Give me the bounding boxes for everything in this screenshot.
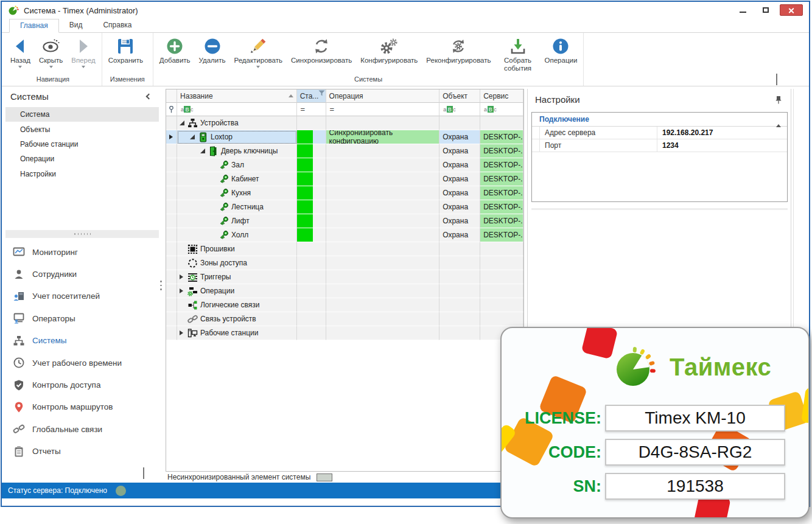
- tree-expander-icon[interactable]: [180, 288, 183, 293]
- ribbon-button-Удалить[interactable]: Удалить: [195, 33, 230, 65]
- property-value[interactable]: 1234: [657, 139, 787, 152]
- devices-icon: [187, 118, 198, 128]
- table-row-Холл[interactable]: ХоллОхранаDESKTOP-...: [166, 228, 523, 242]
- property-value[interactable]: 192.168.20.217: [657, 127, 787, 139]
- ribbon-button-Назад[interactable]: Назад: [6, 33, 35, 68]
- table-body: УстройстваLoxtopСинхронизировать конфигу…: [166, 116, 523, 340]
- ribbon-button-Синхронизировать[interactable]: Синхронизировать: [287, 33, 356, 65]
- firmware-icon: [187, 244, 198, 254]
- nav-item-Сотрудники[interactable]: Сотрудники: [5, 263, 159, 285]
- table-row-Устройства[interactable]: Устройства: [166, 116, 523, 130]
- nav-item-Контроль доступа[interactable]: Контроль доступа: [5, 374, 159, 396]
- cell-service: DESKTOP-...: [480, 186, 523, 200]
- table-row-Триггеры[interactable]: Триггеры: [166, 270, 523, 284]
- nav-item-Учет посетителей[interactable]: Учет посетителей: [5, 285, 159, 307]
- column-header-Название[interactable]: Название: [177, 89, 297, 103]
- column-header-Ста...[interactable]: Ста...: [297, 89, 326, 103]
- nav-item-Контроль маршрутов[interactable]: Контроль маршрутов: [5, 396, 159, 418]
- sidebar-more-button[interactable]: [143, 467, 152, 473]
- sidebar-item-Рабочие станции[interactable]: Рабочие станции: [5, 137, 159, 152]
- tree-expander-icon[interactable]: [190, 134, 195, 139]
- cell-object: Охрана: [439, 186, 480, 200]
- ribbon-button-Редактировать[interactable]: Редактировать: [230, 33, 287, 68]
- ribbon-button-Сохранить[interactable]: Сохранить: [104, 33, 147, 65]
- table-row-Loxtop[interactable]: LoxtopСинхронизировать конфигурациюОхран…: [166, 130, 523, 144]
- nav-item-Отчеты[interactable]: Отчеты: [5, 441, 159, 463]
- close-button[interactable]: [780, 4, 803, 16]
- routes-icon: [13, 401, 25, 413]
- minimize-button[interactable]: [733, 4, 752, 16]
- cell-name: Зоны доступа: [177, 256, 297, 270]
- filter-cell-Операция[interactable]: =: [326, 103, 440, 116]
- sidebar-item-Система[interactable]: Система: [5, 107, 159, 122]
- table-row-Кухня[interactable]: КухняОхранаDESKTOP-...: [166, 186, 523, 200]
- tree-expander-icon[interactable]: [200, 148, 205, 153]
- titlebar: Система - Timex (Administrator): [2, 2, 809, 19]
- filter-cell-Объект[interactable]: aBc: [439, 103, 480, 116]
- sidebar-item-Операции[interactable]: Операции: [5, 152, 159, 166]
- collapse-sidebar-button[interactable]: [144, 93, 153, 101]
- row-indicator-cell: [166, 116, 177, 130]
- pin-icon[interactable]: [775, 96, 782, 104]
- table-row-Зал[interactable]: ЗалОхранаDESKTOP-...: [166, 158, 523, 172]
- table-row-Зоны доступа[interactable]: Зоны доступа: [166, 256, 523, 270]
- sidebar-item-Объекты[interactable]: Объекты: [5, 122, 159, 136]
- filter-cell-Ста...[interactable]: =: [297, 103, 326, 116]
- nav-item-Глобальные связи[interactable]: Глобальные связи: [5, 418, 159, 440]
- column-header-Операция[interactable]: Операция: [326, 89, 440, 103]
- table-row-Лифт[interactable]: ЛифтОхранаDESKTOP-...: [166, 214, 523, 228]
- table-row-Рабочие станции[interactable]: Рабочие станции: [166, 326, 523, 340]
- filter-indicator-cell[interactable]: [166, 103, 177, 116]
- ribbon-button-Операции[interactable]: Операции: [541, 33, 582, 65]
- cell-name: Устройства: [177, 116, 297, 130]
- cell-service: DESKTOP-...: [480, 200, 523, 214]
- cell-name: Связь устройств: [177, 312, 297, 326]
- cell-service: [480, 116, 523, 130]
- column-header-Объект[interactable]: Объект: [439, 89, 480, 103]
- cell-status: [297, 326, 326, 340]
- ribbon-button-Собрать события[interactable]: Собрать события: [495, 33, 541, 72]
- property-rows: Адрес сервера192.168.20.217Порт1234: [532, 127, 787, 152]
- tree-expander-icon[interactable]: [180, 274, 183, 279]
- configure-icon: [379, 36, 399, 57]
- ribbon-button-Добавить[interactable]: Добавить: [155, 33, 195, 65]
- ribbon-button-Скрыть[interactable]: Скрыть: [35, 33, 67, 68]
- collapse-ribbon-button[interactable]: [776, 75, 783, 80]
- table-row-Логические связи[interactable]: Логические связи: [166, 298, 523, 312]
- cell-status: [297, 256, 326, 270]
- table-row-Прошивки[interactable]: Прошивки: [166, 242, 523, 256]
- tree-expander-icon[interactable]: [180, 121, 184, 125]
- employees-icon: [13, 268, 25, 281]
- tree-expander-icon[interactable]: [180, 330, 183, 335]
- table-row-Кабинет[interactable]: КабинетОхранаDESKTOP-...: [166, 172, 523, 186]
- worktime-icon: [13, 357, 25, 369]
- column-header-Сервис[interactable]: Сервис: [480, 89, 523, 103]
- dropdown-caret-icon: [256, 66, 260, 68]
- nav-item-Учет рабочего времени[interactable]: Учет рабочего времени: [5, 352, 159, 374]
- ribbon-button-Конфигурировать[interactable]: Конфигурировать: [356, 33, 422, 65]
- sidebar-item-Настройки[interactable]: Настройки: [5, 167, 159, 181]
- table-row-Операции[interactable]: Операции: [166, 284, 523, 298]
- cell-object: [439, 270, 480, 284]
- settings-panel-header: Настройки: [528, 89, 791, 105]
- maximize-button[interactable]: [757, 4, 775, 16]
- ribbon-button-Реконфигурировать[interactable]: Реконфигурировать: [422, 33, 495, 65]
- tab-Главная[interactable]: Главная: [9, 19, 59, 33]
- tab-Вид[interactable]: Вид: [59, 19, 93, 33]
- table-row-Дверь ключницы[interactable]: Дверь ключницыОхранаDESKTOP-...: [166, 144, 523, 158]
- property-label: Порт: [540, 139, 657, 152]
- nav-item-Мониторинг[interactable]: Мониторинг: [5, 241, 159, 263]
- table-row-Связь устройств[interactable]: Связь устройств: [166, 312, 523, 326]
- ribbon-button-Вперед[interactable]: Вперед: [67, 33, 100, 68]
- tab-Справка[interactable]: Справка: [93, 19, 142, 33]
- systems-table: НазваниеСта...ОперацияОбъектСервис aBc==…: [166, 89, 524, 472]
- row-name-label: Прошивки: [200, 245, 235, 253]
- panel-splitter-handle[interactable]: [159, 281, 163, 295]
- nav-item-Системы[interactable]: Системы: [5, 330, 159, 352]
- sidebar-splitter-handle[interactable]: [5, 230, 159, 238]
- filter-cell-Название[interactable]: aBc: [177, 103, 297, 116]
- nav-item-Операторы[interactable]: Операторы: [5, 307, 159, 329]
- table-row-Лестница[interactable]: ЛестницаОхранаDESKTOP-...: [166, 200, 523, 214]
- filter-cell-Сервис[interactable]: aBc: [480, 103, 523, 116]
- property-group-connection[interactable]: Подключение: [532, 113, 787, 127]
